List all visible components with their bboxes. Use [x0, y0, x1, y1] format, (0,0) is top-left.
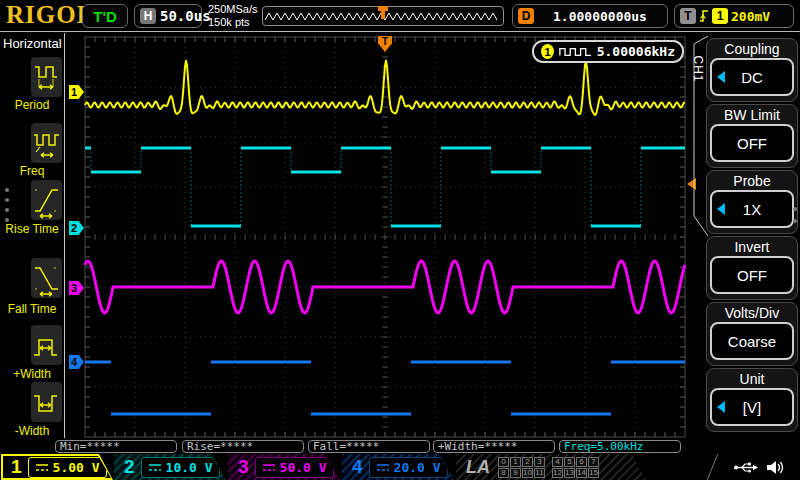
dc-coupling-icon — [148, 462, 162, 472]
horizontal-timebase-box[interactable]: H 50.0us — [134, 4, 202, 28]
la-label: LA — [466, 457, 490, 478]
sidebar-item-neg-width[interactable]: -Width — [0, 382, 64, 438]
pos-width-icon — [31, 325, 62, 365]
neg-width-icon — [31, 382, 62, 422]
preview-trigger-marker[interactable] — [378, 6, 388, 11]
measurement-min: Min=***** — [55, 440, 177, 453]
menu-value: [V] — [743, 399, 761, 416]
channel-tab-ch3[interactable]: 3 50.0 V — [228, 454, 340, 480]
ch3-offset-marker[interactable]: 3 — [69, 281, 84, 295]
la-digit: 14 — [576, 468, 587, 478]
menu-label: Probe — [707, 171, 797, 190]
menu-item-bw-limit[interactable]: BW Limit OFF — [706, 104, 798, 168]
acquisition-info: 250MSa/s 150k pts — [208, 3, 258, 29]
la-digit: 7 — [588, 457, 599, 467]
channel-tab-ch4[interactable]: 4 20.0 V — [342, 454, 454, 480]
la-digit: 12 — [552, 468, 563, 478]
frequency-counter: 1 5.00006kHz — [532, 40, 684, 63]
la-digit: 13 — [564, 468, 575, 478]
sidebar-scroll-dot — [5, 208, 9, 212]
la-digit: 11 — [534, 468, 545, 478]
measurement-rise: Rise=***** — [182, 440, 304, 453]
ch2-scale: 10.0 V — [166, 460, 213, 475]
sidebar-scroll-dot — [5, 198, 9, 202]
ch4-number: 4 — [352, 456, 363, 478]
counter-channel-badge: 1 — [541, 44, 554, 59]
menu-value: DC — [741, 69, 763, 86]
sidebar-item-label: Period — [0, 98, 64, 112]
trigger-status-badge: T'D — [82, 4, 128, 28]
sidebar-scroll-dot — [5, 218, 9, 222]
sidebar-title: Horizontal — [3, 36, 62, 51]
la-digit: 0 — [498, 457, 509, 467]
sidebar-border — [64, 33, 65, 438]
t-badge: T — [680, 8, 696, 24]
la-digit: 5 — [564, 457, 575, 467]
menu-item-coupling[interactable]: Coupling DC — [706, 38, 798, 102]
timebase-value: 50.0us — [160, 8, 211, 24]
rise-time-icon — [31, 180, 62, 220]
sidebar-item-label: Rise Time — [0, 222, 64, 236]
sidebar-item-pos-width[interactable]: +Width — [0, 325, 64, 381]
channel-tab-ch2[interactable]: 2 10.0 V — [114, 454, 226, 480]
menu-label: BW Limit — [707, 105, 797, 124]
menu-item-probe[interactable]: Probe 1X — [706, 170, 798, 234]
menu-item-invert[interactable]: Invert OFF — [706, 236, 798, 300]
freq-icon — [31, 123, 62, 163]
d-badge: D — [518, 8, 534, 24]
horizontal-position-preview[interactable] — [262, 6, 504, 26]
la-digit: 10 — [522, 468, 533, 478]
menu-label: Coupling — [707, 39, 797, 58]
usb-icon[interactable] — [733, 461, 759, 474]
la-digit: 1 — [510, 457, 521, 467]
delay-value: 1.00000000us — [553, 9, 647, 24]
oscilloscope-screen: RIGOL T'D H 50.0us 250MSa/s 150k pts D 1… — [0, 0, 800, 480]
h-badge: H — [140, 8, 156, 24]
menu-value: 1X — [743, 201, 761, 218]
menu-item-volts-div[interactable]: Volts/Div Coarse — [706, 302, 798, 366]
square-wave-icon — [559, 46, 592, 58]
period-icon — [31, 57, 62, 97]
la-digit: 2 — [522, 457, 533, 467]
ch4-offset-marker[interactable]: 4 — [69, 355, 84, 369]
measurement-fall: Fall=***** — [308, 440, 430, 453]
left-arrow-icon — [717, 401, 725, 413]
menu-value: OFF — [737, 135, 767, 152]
sample-rate: 250MSa/s — [208, 3, 258, 16]
sidebar-scroll-dot — [5, 188, 9, 192]
ch2-offset-marker[interactable]: 2 — [69, 221, 84, 235]
ch1-offset-marker[interactable]: 1 — [69, 85, 84, 99]
sidebar-item-rise-time[interactable]: Rise Time — [0, 180, 64, 238]
menu-item-unit[interactable]: Unit [V] — [706, 368, 798, 432]
menu-value: Coarse — [728, 333, 776, 350]
logic-analyzer-tab[interactable]: LA 01234567 89101112131415 — [456, 454, 646, 480]
la-digit: 4 — [552, 457, 563, 467]
channel-tab-ch1[interactable]: 1 5.00 V — [1, 454, 113, 480]
memory-depth: 150k pts — [208, 16, 258, 29]
trigger-level-value: 200mV — [731, 9, 770, 24]
statusbar-divider — [707, 454, 719, 480]
la-digital-channels: 01234567 89101112131415 — [498, 456, 599, 479]
sidebar-item-fall-time[interactable]: Fall Time — [0, 258, 64, 316]
sidebar-item-label: -Width — [0, 424, 64, 438]
ch1-scale: 5.00 V — [53, 460, 100, 475]
menu-label: Invert — [707, 237, 797, 256]
topbar-separator — [0, 31, 800, 32]
sidebar-item-label: Fall Time — [0, 302, 64, 316]
speaker-icon[interactable] — [765, 459, 785, 476]
trigger-settings-box[interactable]: T 1 200mV — [674, 4, 794, 28]
sidebar-item-label: +Width — [0, 367, 64, 381]
sidebar-item-period[interactable]: Period — [0, 57, 64, 113]
ch3-scale: 50.0 V — [280, 460, 327, 475]
ch2-number: 2 — [124, 456, 135, 478]
menu-page-dot — [793, 219, 797, 223]
measurement-freq: Freq=5.00kHz — [559, 440, 681, 453]
la-digit: 3 — [534, 457, 545, 467]
dc-coupling-icon — [35, 462, 49, 472]
sidebar-item-freq[interactable]: Freq — [0, 123, 64, 179]
sidebar-item-label: Freq — [0, 164, 64, 178]
ch3-number: 3 — [238, 456, 249, 478]
dc-coupling-icon — [262, 462, 276, 472]
delay-readout-box[interactable]: D 1.00000000us — [512, 4, 668, 28]
fall-time-icon — [31, 258, 62, 298]
